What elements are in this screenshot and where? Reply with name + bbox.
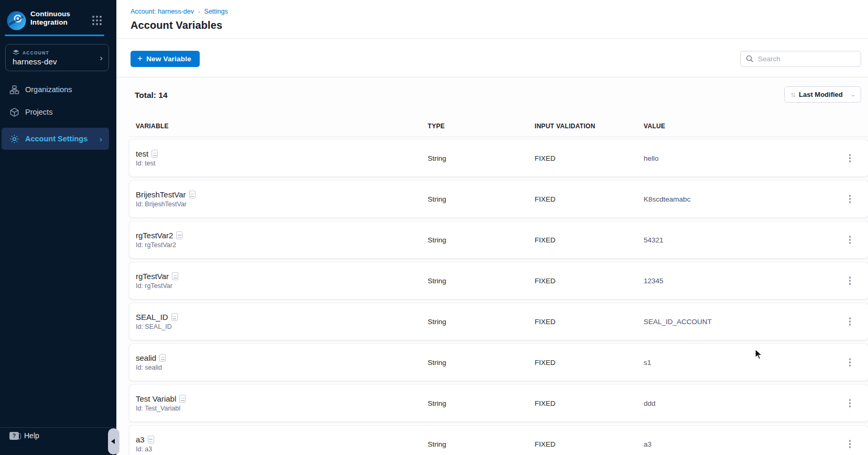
page-header: Account: harness-dev › Settings Account … bbox=[116, 0, 868, 39]
sidebar-collapse-handle[interactable] bbox=[108, 428, 119, 454]
table-row[interactable]: rgTestVar Id: rgTestVar String FIXED 123… bbox=[129, 262, 868, 299]
row-menu-kebab-icon[interactable] bbox=[845, 192, 855, 206]
row-menu-kebab-icon[interactable] bbox=[845, 396, 855, 410]
cube-icon bbox=[9, 107, 19, 117]
variable-id: Id: a3 bbox=[136, 446, 428, 453]
collapse-left-arrow-icon bbox=[111, 439, 115, 444]
variable-id: Id: rgTestVar bbox=[136, 282, 428, 290]
variable-input-validation: FIXED bbox=[535, 236, 644, 244]
variable-value: SEAL_ID_ACCOUNT bbox=[644, 318, 832, 326]
sidebar-item-projects[interactable]: Projects bbox=[0, 101, 116, 123]
app-switcher-grid-icon[interactable] bbox=[91, 15, 103, 26]
variable-id: Id: sealid bbox=[136, 364, 428, 371]
variable-id: Id: Test_Variabl bbox=[136, 405, 428, 412]
variable-input-validation: FIXED bbox=[535, 399, 644, 407]
variable-input-validation: FIXED bbox=[535, 277, 644, 285]
brand-header: Continuous Integration bbox=[0, 0, 116, 35]
table-row[interactable]: test Id: test String FIXED hello bbox=[129, 140, 868, 176]
chevron-down-icon: ⌄ bbox=[851, 92, 855, 97]
table-row[interactable]: BrijeshTestVar Id: BrijeshTestVar String… bbox=[129, 181, 868, 217]
help-chat-icon bbox=[9, 432, 19, 440]
column-header-type: TYPE bbox=[428, 123, 535, 130]
variable-name: rgTestVar bbox=[136, 272, 169, 281]
help-button[interactable]: Help bbox=[9, 431, 39, 440]
variable-name: BrijeshTestVar bbox=[136, 190, 186, 199]
sort-dropdown[interactable]: ↑↓ Last Modified ⌄ bbox=[784, 86, 861, 103]
variables-list-section: Total: 14 ↑↓ Last Modified ⌄ VARIABLE TY… bbox=[116, 77, 868, 455]
variables-list: test Id: test String FIXED hello Brijesh… bbox=[129, 140, 868, 455]
table-row[interactable]: Test Variabl Id: Test_Variabl String FIX… bbox=[129, 385, 868, 421]
variable-id: Id: rgTestVar2 bbox=[136, 241, 428, 249]
sort-arrows-icon: ↑↓ bbox=[790, 91, 795, 98]
breadcrumb-account-link[interactable]: Account: harness-dev bbox=[131, 8, 194, 15]
search-input[interactable] bbox=[758, 55, 861, 63]
plus-icon: + bbox=[137, 53, 143, 64]
variable-value: K8scdteamabc bbox=[644, 195, 832, 203]
table-row[interactable]: rgTestVar2 Id: rgTestVar2 String FIXED 5… bbox=[129, 221, 868, 258]
row-menu-kebab-icon[interactable] bbox=[845, 151, 855, 165]
account-label: ACCOUNT bbox=[23, 50, 49, 56]
account-selector[interactable]: ACCOUNT harness-dev › bbox=[5, 44, 109, 71]
row-menu-kebab-icon[interactable] bbox=[845, 273, 855, 288]
variable-type: String bbox=[428, 277, 535, 285]
chevron-right-icon: › bbox=[100, 53, 103, 62]
account-layers-icon bbox=[13, 49, 19, 56]
column-header-value: VALUE bbox=[644, 123, 832, 130]
gear-icon bbox=[9, 134, 19, 144]
variable-name: a3 bbox=[136, 435, 145, 444]
sidebar-item-organizations[interactable]: Organizations bbox=[0, 79, 116, 101]
help-label: Help bbox=[24, 431, 39, 440]
account-name: harness-dev bbox=[13, 57, 57, 66]
variable-type: String bbox=[428, 195, 535, 203]
variable-id: Id: BrijeshTestVar bbox=[136, 201, 428, 208]
missing-glyph-box-icon bbox=[171, 313, 178, 321]
variable-input-validation: FIXED bbox=[535, 318, 644, 326]
table-row[interactable]: sealid Id: sealid String FIXED s1 bbox=[129, 344, 868, 381]
total-count: Total: 14 bbox=[135, 91, 168, 100]
sidebar-item-label: Account Settings bbox=[25, 135, 88, 143]
variable-input-validation: FIXED bbox=[535, 195, 644, 203]
variable-value: a3 bbox=[644, 440, 832, 448]
missing-glyph-box-icon bbox=[148, 436, 154, 443]
row-menu-kebab-icon[interactable] bbox=[845, 232, 855, 247]
new-variable-button[interactable]: + New Variable bbox=[131, 51, 200, 67]
variable-id: Id: SEAL_ID bbox=[136, 323, 428, 330]
app-window: Continuous Integration ACCOUNT harness-d… bbox=[0, 0, 868, 455]
search-box bbox=[740, 51, 861, 67]
variable-name: Test Variabl bbox=[136, 394, 176, 403]
variable-type: String bbox=[428, 318, 535, 326]
variable-type: String bbox=[428, 440, 535, 448]
table-row[interactable]: a3 Id: a3 String FIXED a3 bbox=[129, 426, 868, 455]
row-menu-kebab-icon[interactable] bbox=[845, 355, 855, 370]
org-chart-icon bbox=[9, 84, 19, 95]
chevron-right-icon: › bbox=[100, 135, 102, 143]
sidebar-divider bbox=[0, 427, 116, 428]
main-content: Account: harness-dev › Settings Account … bbox=[116, 0, 868, 455]
missing-glyph-box-icon bbox=[151, 150, 158, 158]
table-header-row: VARIABLE TYPE INPUT VALIDATION VALUE bbox=[129, 120, 868, 132]
product-title: Continuous Integration bbox=[30, 10, 78, 27]
search-icon bbox=[746, 55, 754, 63]
breadcrumb-settings-link[interactable]: Settings bbox=[204, 8, 228, 15]
missing-glyph-box-icon bbox=[159, 354, 166, 362]
column-header-input-validation: INPUT VALIDATION bbox=[535, 123, 644, 130]
sidebar-nav: Organizations Projects bbox=[0, 79, 116, 150]
variable-name: SEAL_ID bbox=[136, 313, 168, 321]
sidebar-item-label: Organizations bbox=[25, 85, 72, 94]
missing-glyph-box-icon bbox=[179, 395, 186, 403]
variable-input-validation: FIXED bbox=[535, 359, 644, 367]
row-menu-kebab-icon[interactable] bbox=[845, 314, 855, 329]
table-row[interactable]: SEAL_ID Id: SEAL_ID String FIXED SEAL_ID… bbox=[129, 303, 868, 340]
row-menu-kebab-icon[interactable] bbox=[845, 437, 855, 451]
variable-type: String bbox=[428, 154, 535, 162]
variable-id: Id: test bbox=[136, 160, 428, 167]
page-title: Account Variables bbox=[131, 19, 222, 31]
breadcrumb-separator: › bbox=[198, 8, 200, 15]
missing-glyph-box-icon bbox=[189, 191, 196, 198]
variable-name: sealid bbox=[136, 353, 156, 362]
missing-glyph-box-icon bbox=[176, 231, 182, 239]
sidebar-item-account-settings[interactable]: Account Settings › bbox=[2, 128, 109, 150]
variable-input-validation: FIXED bbox=[535, 440, 644, 448]
sort-selected-value: Last Modified bbox=[799, 91, 847, 98]
toolbar: + New Variable bbox=[116, 39, 868, 77]
